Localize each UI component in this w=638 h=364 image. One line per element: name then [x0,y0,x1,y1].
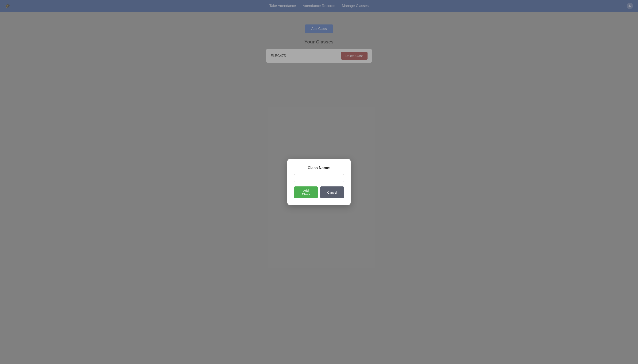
modal-overlay: Class Name: Add Class Cancel [0,0,638,364]
modal-buttons: Add Class Cancel [294,186,344,198]
class-name-input[interactable] [294,174,344,182]
modal-cancel-button[interactable]: Cancel [320,186,344,198]
modal-add-class-button[interactable]: Add Class [294,186,318,198]
add-class-modal: Class Name: Add Class Cancel [287,159,351,205]
modal-title: Class Name: [294,166,344,170]
